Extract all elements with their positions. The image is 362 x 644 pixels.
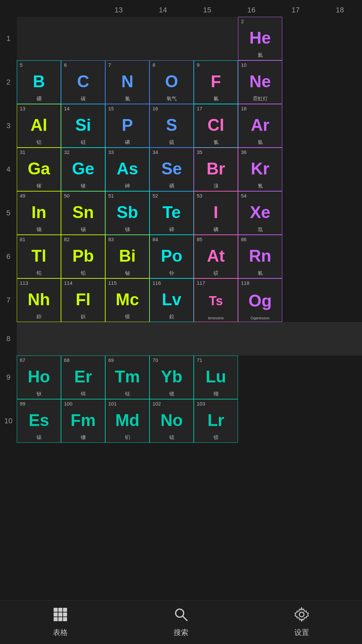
grid-row-10: 10 99 Es 锿 100 Fm 镄 101 Md 钔 1 xyxy=(0,399,362,443)
element-Tm[interactable]: 69 Tm 铥 xyxy=(105,356,149,399)
grid-row-3: 3 13 Al 铝 14 Si 硅 15 P 磷 16 xyxy=(0,104,362,148)
element-Nh[interactable]: 113 Nh 鉨 xyxy=(17,278,61,322)
element-Rn[interactable]: 86 Rn 氡 xyxy=(238,235,282,278)
svg-rect-6 xyxy=(54,617,58,621)
element-Xe[interactable]: 54 Xe 氙 xyxy=(238,191,282,235)
cell-empty xyxy=(61,17,105,60)
svg-rect-8 xyxy=(63,617,67,621)
element-P[interactable]: 15 P 磷 xyxy=(105,104,149,148)
cell-empty xyxy=(194,17,238,60)
svg-rect-2 xyxy=(63,608,67,612)
element-Bi[interactable]: 83 Bi 铋 xyxy=(105,235,149,278)
svg-rect-1 xyxy=(58,608,62,612)
element-Sn[interactable]: 50 Sn 锡 xyxy=(61,191,105,235)
element-Ga[interactable]: 31 Ga 镓 xyxy=(17,148,61,191)
element-Pb[interactable]: 82 Pb 铅 xyxy=(61,235,105,278)
grid-row-5: 5 49 In 铟 50 Sn 锡 51 Sb 锑 52 xyxy=(0,191,362,235)
nav-search[interactable]: 搜索 xyxy=(174,607,188,638)
col-header-14: 14 xyxy=(141,6,185,14)
row-label-10: 10 xyxy=(0,417,17,425)
nav-settings[interactable]: 设置 xyxy=(294,607,309,638)
col-header-15: 15 xyxy=(185,6,229,14)
element-In[interactable]: 49 In 铟 xyxy=(17,191,61,235)
element-Po[interactable]: 84 Po 钋 xyxy=(149,235,194,278)
row-label-8: 8 xyxy=(0,334,17,343)
periodic-table: 13 14 15 16 17 18 1 2 He 氦 xyxy=(0,0,362,600)
element-As[interactable]: 33 As 砷 xyxy=(105,148,149,191)
element-Al[interactable]: 13 Al 铝 xyxy=(17,104,61,148)
element-Ho[interactable]: 67 Ho 钬 xyxy=(17,356,61,399)
nav-table[interactable]: 表格 xyxy=(53,607,68,638)
element-Cl[interactable]: 17 Cl 氯 xyxy=(194,104,238,148)
element-Er[interactable]: 68 Er 铒 xyxy=(61,356,105,399)
element-Ar[interactable]: 18 Ar 氩 xyxy=(238,104,282,148)
element-S[interactable]: 16 S 硫 xyxy=(149,104,194,148)
col-header-17: 17 xyxy=(274,6,318,14)
element-F[interactable]: 9 F 氟 xyxy=(194,60,238,104)
element-Se[interactable]: 34 Se 硒 xyxy=(149,148,194,191)
element-Lu[interactable]: 71 Lu 镏 xyxy=(194,356,238,399)
element-Ge[interactable]: 32 Ge 锗 xyxy=(61,148,105,191)
cell-empty xyxy=(105,17,149,60)
row-label-9: 9 xyxy=(0,373,17,382)
element-Lr[interactable]: 103 Lr 铹 xyxy=(194,399,238,443)
element-Fm[interactable]: 100 Fm 镄 xyxy=(61,399,105,443)
element-Ts[interactable]: 117 Ts tenessine xyxy=(194,278,238,322)
bottom-nav: 表格 搜索 设置 xyxy=(0,600,362,644)
column-headers: 13 14 15 16 17 18 xyxy=(0,3,362,17)
grid-icon xyxy=(53,607,68,625)
element-Kr[interactable]: 36 Kr 氪 xyxy=(238,148,282,191)
nav-search-label: 搜索 xyxy=(174,628,188,638)
svg-rect-5 xyxy=(63,612,67,616)
element-Te[interactable]: 52 Te 碲 xyxy=(149,191,194,235)
element-Si[interactable]: 14 Si 硅 xyxy=(61,104,105,148)
svg-rect-3 xyxy=(54,612,58,616)
element-Es[interactable]: 99 Es 锿 xyxy=(17,399,61,443)
element-Lv[interactable]: 116 Lv 鉝 xyxy=(149,278,194,322)
element-Br[interactable]: 35 Br 溴 xyxy=(194,148,238,191)
grid-row-2: 2 5 B 硼 6 C 碳 7 N 氮 8 xyxy=(0,60,362,104)
element-Mc[interactable]: 115 Mc 镆 xyxy=(105,278,149,322)
element-B[interactable]: 5 B 硼 xyxy=(17,60,61,104)
element-He[interactable]: 2 He 氦 xyxy=(238,17,282,60)
element-Md[interactable]: 101 Md 钔 xyxy=(105,399,149,443)
grid-row-4: 4 31 Ga 镓 32 Ge 锗 33 As 砷 34 xyxy=(0,148,362,191)
element-Sb[interactable]: 51 Sb 锑 xyxy=(105,191,149,235)
svg-line-10 xyxy=(183,616,187,621)
cell-empty xyxy=(17,17,61,60)
element-Ne[interactable]: 10 Ne 霓虹灯 xyxy=(238,60,282,104)
element-Fl[interactable]: 114 Fl 鈇 xyxy=(61,278,105,322)
element-I[interactable]: 53 I 碘 xyxy=(194,191,238,235)
grid-row-1: 1 2 He 氦 xyxy=(0,17,362,60)
svg-rect-7 xyxy=(58,617,62,621)
row-label-4: 4 xyxy=(0,165,17,174)
element-Og[interactable]: 118 Og Oganesson xyxy=(238,278,282,322)
element-C[interactable]: 6 C 碳 xyxy=(61,60,105,104)
row-label-2: 2 xyxy=(0,78,17,87)
nav-table-label: 表格 xyxy=(53,628,68,638)
svg-point-11 xyxy=(299,612,304,617)
row-label-7: 7 xyxy=(0,296,17,305)
main-grid: 1 2 He 氦 2 5 B 硼 xyxy=(0,17,362,443)
gear-icon xyxy=(294,607,309,625)
element-N[interactable]: 7 N 氮 xyxy=(105,60,149,104)
row-label-3: 3 xyxy=(0,121,17,130)
grid-row-6: 6 81 Tl 铊 82 Pb 铅 83 Bi 铋 84 xyxy=(0,235,362,278)
grid-row-9: 9 67 Ho 钬 68 Er 铒 69 Tm 铥 70 xyxy=(0,356,362,399)
col-header-18: 18 xyxy=(318,6,362,14)
col-header-13: 13 xyxy=(97,6,141,14)
svg-rect-4 xyxy=(58,612,62,616)
grid-row-8: 8 xyxy=(0,322,362,356)
row-label-1: 1 xyxy=(0,34,17,43)
element-At[interactable]: 85 At 砹 xyxy=(194,235,238,278)
col-header-16: 16 xyxy=(229,6,274,14)
element-Tl[interactable]: 81 Tl 铊 xyxy=(17,235,61,278)
element-Yb[interactable]: 70 Yb 镱 xyxy=(149,356,194,399)
element-O[interactable]: 8 O 氧气 xyxy=(149,60,194,104)
nav-settings-label: 设置 xyxy=(294,628,309,638)
search-icon xyxy=(174,607,188,625)
element-No[interactable]: 102 No 锘 xyxy=(149,399,194,443)
cell-empty xyxy=(149,17,194,60)
svg-rect-0 xyxy=(54,608,58,612)
grid-row-7: 7 113 Nh 鉨 114 Fl 鈇 115 Mc 镆 1 xyxy=(0,278,362,322)
